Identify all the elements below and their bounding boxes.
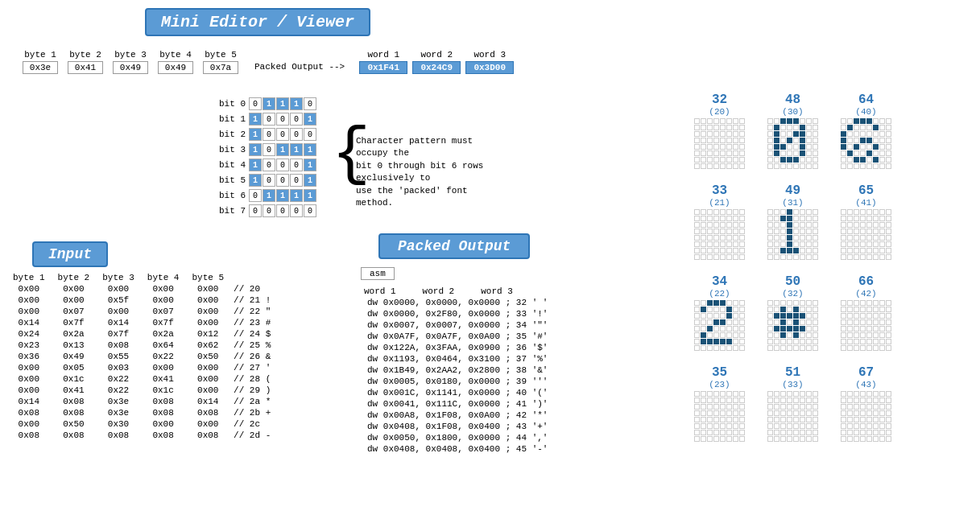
input-cell-r2-c0: 0x00 [6,306,52,317]
pixel-48-4-0 [767,144,773,150]
pixel-67-2-4 [866,404,872,410]
col-comment [230,272,277,283]
pixel-34-3-4 [720,319,726,325]
bit-cell-r3-c0: 1 [249,143,262,156]
pixel-33-7-4 [720,254,726,260]
pixel-50-2-1 [774,313,779,319]
pixel-33-1-2 [707,216,713,221]
pixel-64-7-6 [879,163,885,169]
input-cell-r11-c4: 0x08 [185,407,230,418]
pixel-51-7-2 [780,436,786,442]
pixel-66-7-5 [873,345,879,351]
input-cell-r4-c1: 0x2a [52,328,97,340]
pixel-50-4-7 [813,326,818,332]
pixel-48-1-3 [787,125,792,130]
pixel-32-5-5 [726,150,732,156]
pixel-50-2-2 [780,313,786,319]
pixel-64-2-3 [860,131,866,137]
pixel-33-6-5 [726,248,732,253]
pixel-34-3-5 [726,319,732,325]
input-cell-r1-c3: 0x00 [141,295,186,306]
pixel-35-6-3 [713,430,719,435]
pixel-50-1-6 [806,307,812,312]
pixel-35-4-7 [739,417,745,422]
pixel-49-0-7 [813,209,818,215]
pixel-50-0-3 [787,300,792,306]
pixel-50-3-2 [780,319,786,325]
pixel-67-1-6 [879,397,885,403]
pixel-67-4-2 [854,417,859,422]
bit-cell-r6-c3: 1 [290,189,303,202]
pixel-51-0-5 [800,391,805,397]
pixel-67-6-0 [841,430,846,435]
pixel-67-7-6 [879,436,885,442]
input-label: Input [32,241,108,267]
pixel-67-5-6 [879,423,885,429]
input-cell-r8-c0: 0x00 [6,373,52,385]
pixel-67-7-7 [886,436,891,442]
input-cell-r10-c1: 0x08 [52,396,97,407]
pixel-35-5-4 [720,423,726,429]
pixel-64-3-0 [841,138,846,143]
pixel-66-3-5 [873,319,879,325]
pixel-51-7-7 [813,436,818,442]
pixel-50-6-5 [800,339,805,344]
pixel-66-4-3 [860,326,866,332]
bit-cell-r3-c4: 1 [304,143,316,156]
input-cell-r12-c2: 0x30 [96,418,141,430]
pixel-34-0-1 [701,300,706,306]
pixel-35-0-6 [733,391,738,397]
pixel-48-5-6 [806,150,812,156]
pixel-64-7-7 [886,163,891,169]
bit-cell-r5-c1: 0 [263,174,275,187]
pixel-66-4-4 [866,326,872,332]
char-entry-66: 66(42) [841,274,891,351]
pixel-grid-50 [767,300,818,351]
asm-tab[interactable]: asm [361,267,395,280]
bit-cell-r5-c4: 1 [304,174,316,187]
output-cell-4: dw 0x122A, 0x3FAA, 0x0900 ; 36 '$' [361,342,554,353]
pixel-66-2-3 [860,313,866,319]
pixel-67-7-5 [873,436,879,442]
pixel-51-5-1 [774,423,779,429]
pixel-65-2-2 [854,222,859,228]
pixel-48-2-5 [800,131,805,137]
input-cell-r2-c2: 0x00 [96,306,141,317]
pixel-35-3-4 [720,410,726,416]
pixel-32-3-5 [726,138,732,143]
pixel-50-2-0 [767,313,773,319]
pixel-32-0-4 [720,118,726,124]
pixel-49-4-2 [780,235,786,241]
char-entry-65: 65(41) [841,183,891,260]
pixel-51-1-4 [793,397,799,403]
output-cell-12: dw 0x0050, 0x1800, 0x0000 ; 44 ',' [361,432,554,443]
pixel-51-5-3 [787,423,792,429]
pixel-32-4-7 [739,144,745,150]
bit-label-6: bit 6 [217,191,246,200]
pixel-48-7-6 [806,163,812,169]
pixel-49-2-7 [813,222,818,228]
pixel-33-4-3 [713,235,719,241]
pixel-32-2-3 [713,131,719,137]
pixel-grid-49 [767,209,818,260]
pixel-34-6-3 [713,339,719,344]
pixel-65-2-6 [879,222,885,228]
char-num-34: 34 [712,274,727,289]
char-sub-50: (32) [782,289,803,299]
pixel-50-5-1 [774,332,779,338]
pixel-33-2-4 [720,222,726,228]
pixel-33-4-7 [739,235,745,241]
pixel-65-5-5 [873,241,879,247]
pixel-32-0-0 [694,118,700,124]
pixel-35-7-2 [707,436,713,442]
pixel-32-1-1 [701,125,706,130]
pixel-35-4-4 [720,417,726,422]
pixel-65-7-4 [866,254,872,260]
input-cell-r5-c2: 0x08 [96,340,141,351]
pixel-33-0-0 [694,209,700,215]
output-cell-3: dw 0x0A7F, 0x0A7F, 0x0A00 ; 35 '#' [361,331,554,342]
pixel-64-6-2 [854,157,859,163]
pixel-33-5-1 [701,241,706,247]
input-cell-r10-c0: 0x14 [6,396,52,407]
pixel-67-6-3 [860,430,866,435]
